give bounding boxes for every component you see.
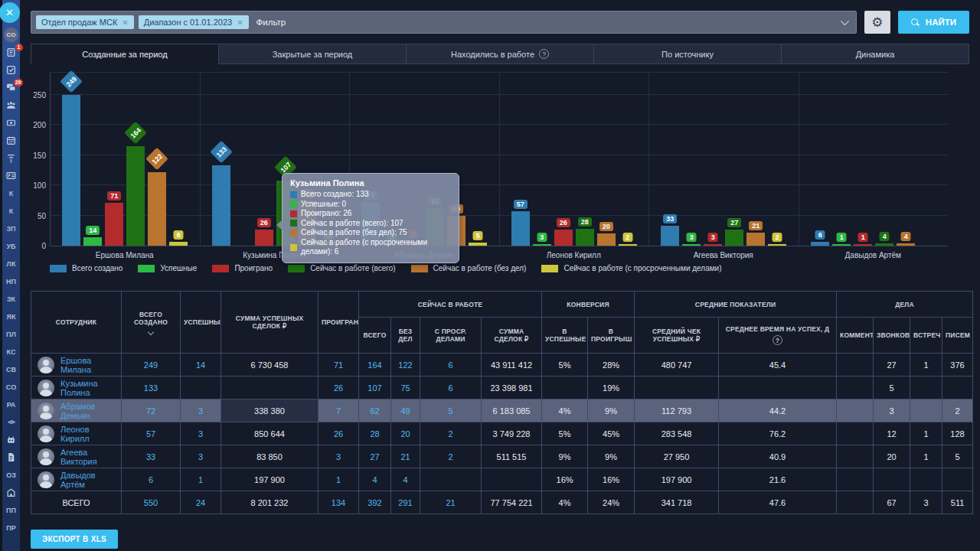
close-button[interactable]: ✕: [0, 2, 20, 23]
sub-column-header[interactable]: С ПРОСР. ДЕЛАМИ: [420, 318, 482, 354]
column-header[interactable]: СЕЙЧАС В РАБОТЕ: [359, 292, 542, 318]
employee-name-link[interactable]: Кузьмина Полина: [60, 379, 118, 397]
bar-3[interactable]: 3: [704, 244, 722, 246]
filter-bar[interactable]: Отдел продаж МСК✕Диапазон с 01.01.2023✕ …: [31, 11, 857, 34]
bar-4[interactable]: 4: [875, 243, 893, 246]
funnel-icon[interactable]: [2, 149, 21, 167]
employee-name-link[interactable]: Давыдов Артём: [60, 471, 118, 489]
legend-item[interactable]: Проиграно: [212, 264, 273, 272]
payments-icon[interactable]: [2, 114, 21, 132]
column-header[interactable]: ПРОИГРАНО: [318, 292, 359, 354]
bar-2[interactable]: 14: [83, 237, 102, 246]
table-row[interactable]: Абрамов Демьян723338 3807624956 183 0854…: [31, 399, 973, 422]
employee-name-link[interactable]: Абрамов Демьян: [60, 402, 118, 420]
sub-column-header[interactable]: СУММА СДЕЛОК ₽: [482, 318, 542, 354]
column-header[interactable]: КОНВЕРСИЯ: [542, 292, 635, 318]
sidebar-item-lk[interactable]: ЛК: [2, 255, 21, 272]
export-xls-button[interactable]: ЭКСПОРТ В XLS: [31, 530, 118, 549]
bar-5[interactable]: 122: [148, 172, 166, 246]
help-icon[interactable]: ?: [539, 49, 549, 59]
bar-6[interactable]: 5: [469, 243, 487, 246]
bar-3[interactable]: 71: [105, 203, 123, 246]
sidebar-item-sv[interactable]: СВ: [2, 360, 21, 378]
sub-column-header[interactable]: В ПРОИГРЫШ: [588, 318, 635, 354]
legend-item[interactable]: Успешные: [138, 264, 197, 272]
sidebar-item-ra[interactable]: РА: [2, 396, 21, 413]
bar-5[interactable]: 21: [746, 233, 765, 246]
workspace-avatar[interactable]: СО: [2, 26, 21, 44]
remove-chip-icon[interactable]: ✕: [122, 18, 128, 27]
sidebar-item-pp[interactable]: ПП: [2, 501, 21, 519]
filter-chip[interactable]: Отдел продаж МСК✕: [36, 15, 134, 29]
robot-icon[interactable]: [2, 431, 21, 448]
tab-2[interactable]: Закрытые за период: [218, 44, 407, 64]
settings-button[interactable]: ⚙: [864, 11, 890, 34]
sub-column-header[interactable]: КОММЕНТ.: [837, 318, 874, 354]
bar-2[interactable]: 1: [832, 244, 851, 246]
sub-column-header[interactable]: БЕЗ ДЕЛ: [391, 318, 420, 354]
sub-column-header[interactable]: ЗВОНКОВ: [874, 318, 910, 354]
bar-2[interactable]: 3: [682, 244, 701, 246]
employee-name-link[interactable]: Леонов Кирилл: [60, 425, 118, 443]
bar-2[interactable]: 3: [533, 244, 551, 246]
sub-column-header[interactable]: ВСТРЕЧ: [910, 318, 942, 354]
bar-6[interactable]: 6: [169, 242, 188, 246]
bar-3[interactable]: 26: [554, 230, 573, 246]
id-card-icon[interactable]: [2, 167, 21, 184]
bar-4[interactable]: 164: [126, 146, 145, 246]
legend-item[interactable]: Сейчас в работе (всего): [288, 264, 395, 272]
tab-4[interactable]: По источнику: [593, 44, 782, 64]
sidebar-item-ub[interactable]: УБ: [2, 237, 21, 255]
notes-icon[interactable]: 1: [2, 44, 21, 61]
remove-chip-icon[interactable]: ✕: [237, 18, 243, 27]
column-header[interactable]: ДЕЛА: [837, 292, 973, 318]
bar-5[interactable]: 20: [597, 233, 616, 246]
filter-chip[interactable]: Диапазон с 01.01.2023✕: [139, 15, 249, 29]
bar-3[interactable]: 26: [255, 230, 273, 246]
building-icon[interactable]: [2, 484, 21, 501]
bar-1[interactable]: 57: [511, 211, 530, 246]
sidebar-item-ks[interactable]: КС: [2, 343, 21, 360]
sidebar-item-yak[interactable]: ЯК: [2, 308, 21, 325]
sub-column-header[interactable]: ПИСЕМ: [942, 318, 973, 354]
bar-5[interactable]: 4: [897, 243, 915, 246]
sub-column-header[interactable]: СРЕДНИЙ ЧЕК УСПЕШНЫХ ₽: [635, 318, 719, 354]
tab-1[interactable]: Созданные за период: [31, 44, 219, 64]
bar-3[interactable]: 1: [854, 244, 872, 246]
sidebar-item-zk[interactable]: ЗК: [2, 290, 21, 308]
sidebar-item-so[interactable]: СО: [2, 378, 21, 396]
contacts-icon[interactable]: [2, 96, 21, 114]
tasks-icon[interactable]: [2, 61, 21, 79]
legend-item[interactable]: Сейчас в работе (с просроченными делами): [541, 264, 721, 272]
table-row[interactable]: Ершова Милана249146 730 45871164122643 9…: [31, 354, 973, 377]
code-icon[interactable]: </>: [2, 413, 21, 431]
sidebar-item-pl[interactable]: ПЛ: [2, 325, 21, 343]
legend-item[interactable]: Всего создано: [50, 264, 122, 272]
table-row[interactable]: Давыдов Артём61197 90014416%16%197 90021…: [31, 468, 973, 491]
sidebar-item-k2[interactable]: К: [2, 202, 21, 220]
sub-column-header[interactable]: СРЕДНЕЕ ВРЕМЯ НА УСПЕХ, Д?: [719, 318, 837, 354]
sidebar-item-oz[interactable]: ОЗ: [2, 466, 21, 484]
sub-column-header[interactable]: ВСЕГО: [359, 318, 391, 354]
employee-name-link[interactable]: Ершова Милана: [60, 356, 118, 374]
calendar-icon[interactable]: [2, 132, 21, 149]
column-header[interactable]: ВСЕГО СОЗДАНО: [122, 292, 181, 354]
column-header[interactable]: УСПЕШНЫЕ: [181, 292, 221, 354]
help-icon[interactable]: ?: [773, 335, 782, 345]
table-row[interactable]: Агеева Виктория33383 850327212511 5159%9…: [31, 445, 973, 468]
bar-4[interactable]: 28: [576, 229, 594, 246]
search-button[interactable]: НАЙТИ: [898, 11, 969, 34]
column-header[interactable]: СРЕДНИЕ ПОКАЗАТЕЛИ: [635, 292, 837, 318]
chat-icon[interactable]: 29: [2, 79, 21, 96]
sidebar-item-pr[interactable]: ПР: [2, 519, 21, 536]
employee-name-link[interactable]: Агеева Виктория: [60, 448, 118, 466]
tab-3[interactable]: Находились в работе?: [406, 44, 594, 64]
column-header[interactable]: СОТРУДНИК: [31, 292, 122, 354]
bar-4[interactable]: 27: [725, 230, 743, 246]
bar-1[interactable]: 249: [62, 95, 80, 246]
sidebar-item-np[interactable]: НП: [2, 272, 21, 290]
bar-1[interactable]: 6: [811, 242, 829, 246]
sort-caret-icon[interactable]: [148, 328, 154, 334]
bar-6[interactable]: 2: [619, 244, 637, 246]
table-row[interactable]: Кузьмина Полина1332610775623 398 98119%5: [31, 377, 973, 399]
